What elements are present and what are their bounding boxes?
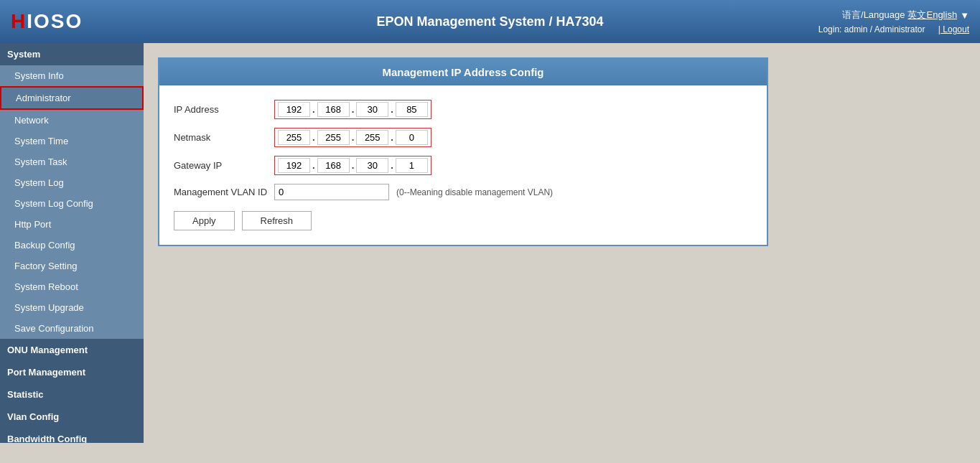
layout: System System Info Administrator Network…	[0, 43, 980, 443]
netmask-octet-1[interactable]	[278, 130, 310, 145]
netmask-sep-2: .	[352, 132, 355, 143]
dropdown-arrow: ▼	[960, 10, 969, 21]
gateway-label: Gateway IP	[174, 160, 274, 171]
vlan-id-row: Management VLAN ID (0--Meaning disable m…	[174, 184, 752, 200]
netmask-octet-4[interactable]	[396, 130, 428, 145]
sidebar-item-save-configuration[interactable]: Save Configuration	[0, 318, 144, 339]
sidebar-group-port-mgmt[interactable]: Port Management	[0, 361, 144, 383]
logo-text: HIOSO	[11, 10, 83, 33]
language-link[interactable]: 英文English	[907, 9, 957, 22]
sidebar-group-system[interactable]: System	[0, 43, 144, 65]
sidebar-item-system-reboot[interactable]: System Reboot	[0, 276, 144, 297]
sidebar-item-network[interactable]: Network	[0, 110, 144, 131]
ip-address-inputs: . . .	[274, 100, 431, 119]
login-text: Login: admin / Administrator	[818, 24, 925, 34]
sidebar-item-system-upgrade[interactable]: System Upgrade	[0, 297, 144, 318]
sidebar-group-onu[interactable]: ONU Management	[0, 339, 144, 361]
refresh-button[interactable]: Refresh	[242, 211, 312, 230]
logo-rest: IOSO	[27, 10, 83, 32]
button-row: Apply Refresh	[174, 211, 752, 230]
sidebar-group-vlan[interactable]: Vlan Config	[0, 406, 144, 428]
sidebar-item-factory-setting[interactable]: Factory Setting	[0, 256, 144, 276]
ip-address-label: IP Address	[174, 104, 274, 115]
ip-sep-2: .	[352, 104, 355, 115]
vlan-id-label: Management VLAN ID	[174, 187, 274, 197]
gateway-inputs: . . .	[274, 156, 431, 175]
netmask-octet-2[interactable]	[317, 130, 350, 145]
ip-octet-2[interactable]	[317, 102, 350, 117]
gateway-sep-2: .	[352, 160, 355, 171]
logout-link[interactable]: | Logout	[938, 24, 969, 34]
gateway-octet-3[interactable]	[356, 158, 388, 173]
sidebar-item-system-task[interactable]: System Task	[0, 151, 144, 172]
ip-octet-1[interactable]	[278, 102, 310, 117]
sidebar-item-http-port[interactable]: Http Port	[0, 214, 144, 235]
sidebar-item-system-info[interactable]: System Info	[0, 65, 144, 86]
ip-octet-3[interactable]	[356, 102, 388, 117]
ip-address-row: IP Address . . .	[174, 100, 752, 119]
gateway-octet-1[interactable]	[278, 158, 310, 173]
ip-sep-3: .	[391, 104, 393, 115]
netmask-inputs: . . .	[274, 128, 431, 147]
header: HIOSO EPON Management System / HA7304 语言…	[0, 0, 980, 43]
sidebar-item-administrator[interactable]: Administrator	[0, 86, 144, 110]
vlan-id-hint: (0--Meaning disable management VLAN)	[396, 187, 553, 197]
sidebar-item-system-log[interactable]: System Log	[0, 172, 144, 193]
netmask-octet-3[interactable]	[356, 130, 388, 145]
netmask-label: Netmask	[174, 132, 274, 143]
logo: HIOSO	[11, 10, 83, 33]
header-title: EPON Management System / HA7304	[376, 14, 603, 29]
gateway-row: Gateway IP . . .	[174, 156, 752, 175]
header-right: 语言/Language 英文English ▼ Login: admin / A…	[818, 9, 969, 34]
sidebar-group-statistic[interactable]: Statistic	[0, 383, 144, 406]
netmask-row: Netmask . . .	[174, 128, 752, 147]
apply-button[interactable]: Apply	[174, 211, 235, 230]
config-panel: Management IP Address Config IP Address …	[158, 57, 768, 246]
ip-octet-4[interactable]	[396, 102, 428, 117]
login-info: Login: admin / Administrator | Logout	[818, 24, 969, 34]
gateway-sep-1: .	[312, 160, 315, 171]
gateway-sep-3: .	[391, 160, 393, 171]
language-label: 语言/Language	[842, 9, 905, 22]
ip-sep-1: .	[312, 104, 315, 115]
logo-h: H	[11, 10, 27, 32]
netmask-sep-1: .	[312, 132, 315, 143]
sidebar: System System Info Administrator Network…	[0, 43, 144, 443]
sidebar-group-bandwidth[interactable]: Bandwidth Config	[0, 428, 144, 443]
sidebar-item-backup-config[interactable]: Backup Config	[0, 235, 144, 256]
gateway-octet-2[interactable]	[317, 158, 350, 173]
sidebar-item-system-time[interactable]: System Time	[0, 131, 144, 151]
lang-selector[interactable]: 语言/Language 英文English ▼	[842, 9, 969, 22]
vlan-id-input[interactable]	[274, 184, 389, 200]
sidebar-item-system-log-config[interactable]: System Log Config	[0, 193, 144, 214]
config-panel-body: IP Address . . . Netmask	[159, 85, 767, 245]
config-panel-header: Management IP Address Config	[159, 59, 767, 85]
main-content: Management IP Address Config IP Address …	[144, 43, 980, 443]
gateway-octet-4[interactable]	[396, 158, 428, 173]
netmask-sep-3: .	[391, 132, 393, 143]
